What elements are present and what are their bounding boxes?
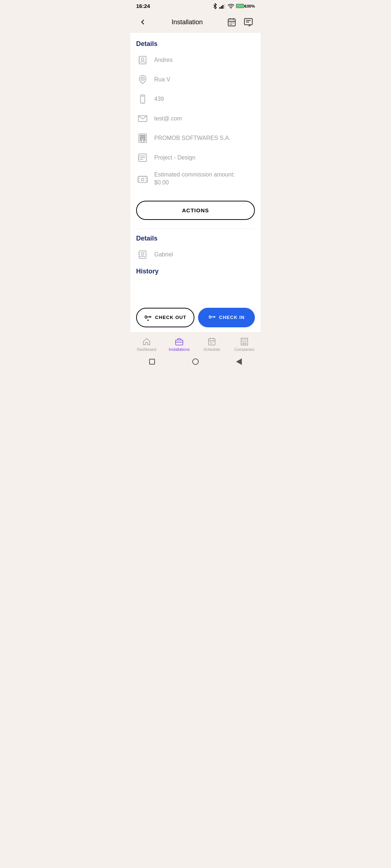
svg-rect-2 [222,5,223,9]
chat-button[interactable] [242,16,255,29]
money-icon [136,172,149,185]
nav-label-companies: Companies [234,347,255,352]
svg-rect-68 [176,340,183,345]
home-icon [142,337,151,346]
svg-rect-78 [211,343,212,344]
svg-rect-37 [142,140,144,142]
phone-icon [136,93,149,106]
nav-item-installations[interactable]: Installations [163,336,196,353]
header: Installation [130,11,261,33]
svg-rect-9 [230,22,231,23]
battery-icon: 100% [236,4,255,8]
svg-point-55 [142,252,144,255]
system-circle-button[interactable] [192,358,199,365]
svg-rect-10 [231,22,232,23]
nav-label-installations: Installations [169,347,190,352]
chat-icon [244,17,253,27]
detail-email: test@.com [136,112,255,125]
commission-text: Estimated commission amount:$0.00 [154,171,235,187]
detail-contact-2: Gabriel [136,248,255,261]
detail-contact: Andres [136,54,255,67]
bottom-action-area: CHECK OUT CHECK IN [130,303,261,332]
svg-rect-0 [219,7,220,9]
svg-rect-13 [231,24,232,25]
building-icon [136,132,149,145]
system-back-button[interactable] [235,358,243,365]
svg-rect-87 [245,343,247,344]
checkin-button[interactable]: CHECK IN [198,308,255,327]
company-name: PROMOB SOFTWARES S.A. [154,135,231,141]
svg-rect-45 [138,177,147,183]
calendar-button[interactable] [225,16,238,29]
svg-rect-33 [142,137,143,139]
svg-rect-54 [139,251,146,258]
svg-rect-11 [233,22,234,23]
svg-point-46 [142,178,144,181]
detail-project: Project - Design [136,151,255,164]
svg-rect-82 [245,339,247,340]
svg-rect-3 [224,4,225,9]
document-icon [136,151,149,164]
checkout-button[interactable]: CHECK OUT [136,308,194,327]
nav-label-schedule: Schedule [203,347,220,352]
email-icon [136,112,149,125]
status-time: 16:24 [136,3,150,9]
svg-line-61 [150,317,151,318]
location-text: Rua V [154,76,170,83]
actions-button[interactable]: ACTIONS [136,201,255,220]
bluetooth-icon [213,3,218,9]
email-address: test@.com [154,115,182,122]
checkin-icon [208,314,216,322]
svg-rect-1 [221,6,222,9]
divider-1 [136,229,255,229]
svg-rect-83 [242,341,243,342]
svg-rect-35 [140,140,142,141]
page-title: Installation [172,18,203,26]
svg-rect-29 [140,135,142,137]
status-bar: 16:24 100% [130,0,261,11]
briefcase-icon [175,337,184,346]
square-icon [149,359,155,365]
contact-icon-2 [136,248,149,261]
contact-icon-1 [136,54,149,67]
signal-icon [219,4,226,9]
svg-rect-17 [139,56,146,64]
history-section-title: History [136,268,255,275]
detail-commission: Estimated commission amount:$0.00 [136,171,255,187]
system-nav [130,354,261,371]
svg-rect-74 [210,342,211,342]
svg-rect-34 [144,137,146,139]
system-square-button[interactable] [148,358,156,365]
svg-rect-14 [244,18,252,25]
svg-rect-77 [210,343,211,344]
svg-rect-30 [142,135,143,137]
svg-rect-32 [140,137,142,139]
contact-name-2: Gabriel [154,251,173,258]
companies-icon [240,337,249,346]
svg-rect-12 [230,24,231,25]
detail-phone: 439 [136,93,255,106]
svg-rect-36 [144,140,146,141]
nav-item-schedule[interactable]: Schedule [196,336,228,353]
circle-icon [192,358,199,365]
project-name: Project - Design [154,154,196,161]
nav-item-dashboard[interactable]: Dashboard [130,336,163,353]
svg-rect-81 [244,339,245,340]
svg-rect-88 [244,343,245,345]
calendar-icon [227,17,236,27]
details-section-title-2: Details [136,235,255,242]
nav-item-companies[interactable]: Companies [228,336,261,353]
nav-label-dashboard: Dashboard [137,347,156,352]
checkout-icon [144,314,152,322]
checkout-label: CHECK OUT [155,315,186,320]
contact-name: Andres [154,57,173,63]
back-button[interactable] [136,16,149,29]
status-icons: 100% [213,3,255,9]
detail-location: Rua V [136,73,255,86]
details-section-title-1: Details [136,40,255,48]
svg-rect-84 [244,341,245,342]
svg-rect-86 [242,343,243,344]
svg-point-23 [142,78,143,80]
svg-point-25 [142,102,143,102]
location-icon [136,73,149,86]
